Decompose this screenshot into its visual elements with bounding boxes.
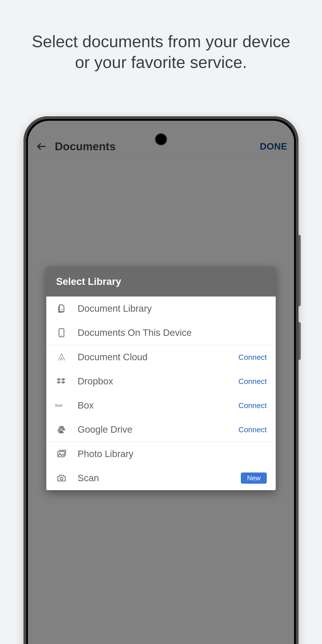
option-label: Document Cloud [78, 352, 238, 362]
dropbox-icon [55, 375, 68, 388]
option-box[interactable]: box Box Connect [46, 393, 276, 418]
svg-rect-6 [58, 452, 64, 457]
phone-screen: Documents DONE ADD DOCUMENT Select Libra… [28, 121, 294, 644]
svg-point-8 [60, 477, 63, 480]
option-label: Scan [78, 473, 241, 484]
option-google-drive[interactable]: Google Drive Connect [46, 418, 276, 442]
option-label: Box [78, 400, 238, 411]
option-photo-library[interactable]: Photo Library [46, 442, 276, 466]
box-icon: box [55, 399, 68, 412]
photo-library-icon [55, 448, 68, 460]
svg-point-4 [61, 335, 62, 336]
adobe-cloud-icon [55, 351, 68, 363]
new-badge: New [241, 472, 267, 484]
phone-side-button [298, 322, 301, 360]
modal-title: Select Library [46, 266, 276, 296]
phone-camera-notch [155, 133, 167, 145]
connect-link[interactable]: Connect [238, 377, 267, 386]
document-library-icon: x& [55, 302, 68, 315]
option-documents-on-device[interactable]: Documents On This Device [46, 321, 276, 345]
marketing-headline: Select documents from your device or you… [0, 0, 322, 73]
google-drive-icon [55, 423, 68, 436]
phone-frame: Documents DONE ADD DOCUMENT Select Libra… [24, 116, 298, 644]
svg-text:box: box [55, 403, 63, 408]
connect-link[interactable]: Connect [238, 353, 267, 362]
option-dropbox[interactable]: Dropbox Connect [46, 369, 276, 393]
camera-scan-icon [55, 472, 68, 484]
option-label: Documents On This Device [78, 327, 267, 338]
connect-link[interactable]: Connect [238, 401, 267, 410]
option-label: Google Drive [78, 424, 238, 435]
option-document-library[interactable]: x& Document Library [46, 296, 276, 321]
device-icon [55, 326, 68, 339]
select-library-modal: Select Library x& Document Library [46, 266, 276, 490]
option-scan[interactable]: Scan New [46, 466, 276, 490]
option-label: Dropbox [78, 376, 238, 386]
option-label: Document Library [78, 303, 267, 314]
phone-side-button [298, 235, 301, 306]
option-label: Photo Library [78, 448, 267, 459]
connect-link[interactable]: Connect [238, 425, 267, 434]
svg-text:x&: x& [60, 308, 63, 310]
option-document-cloud[interactable]: Document Cloud Connect [46, 345, 276, 369]
